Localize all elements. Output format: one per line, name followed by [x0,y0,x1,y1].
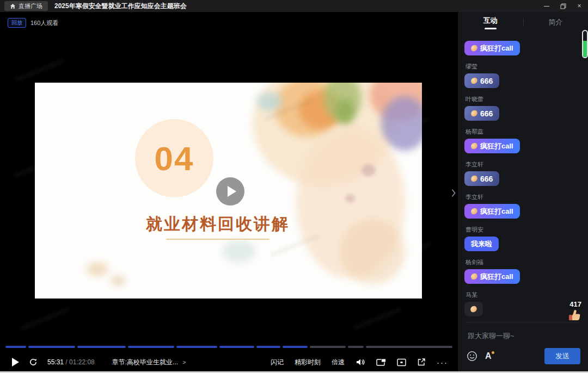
volume-button[interactable] [356,358,365,366]
chat-username: 李立轩 [465,160,572,169]
chat-bubble[interactable]: 疯狂打call [464,139,520,153]
chat-bubble[interactable]: 我来啦 [464,237,499,251]
progress-segment-played[interactable] [176,346,217,348]
slide-title: 就业材料回收讲解 [146,213,290,235]
watercolor-wash [340,219,405,284]
watermark [352,307,402,331]
player-controls: 55:31 / 01:22:08 章节:高校毕业生就业... > 闪记 精彩时刻… [0,352,458,372]
green-indicator [582,30,588,58]
maximize-icon[interactable] [560,3,566,9]
play-icon [228,186,236,197]
stream-info: 回放 160人观看 [8,18,58,28]
live-plaza-label: 直播广场 [19,2,42,10]
section-number: 04 [155,139,194,178]
chat-bubble-text: 疯狂打call [480,207,513,216]
watercolor-dots [87,262,108,276]
more-options-button[interactable]: ··· [437,358,448,367]
share-button[interactable] [417,358,426,366]
live-plaza-tab[interactable]: 直播广场 [4,1,48,11]
chapter-button[interactable]: 章节:高校毕业生就业... > [112,358,186,367]
progress-segment-rest[interactable] [310,346,346,348]
progress-segment-rest[interactable] [366,346,452,348]
hand-emoji-icon [470,175,478,183]
close-icon[interactable]: × [576,3,583,9]
window-controls: × [543,0,583,12]
play-overlay-button[interactable] [216,177,244,206]
active-tab-indicator [485,28,497,29]
chat-bubble[interactable]: 666 [464,171,499,186]
open-external-icon [417,358,426,366]
flash-note-button[interactable]: 闪记 [271,358,284,367]
video-player: 回放 160人观看 [0,12,458,373]
progress-segment-played[interactable] [5,346,26,348]
emoji-icon[interactable] [467,351,477,362]
refresh-icon [29,358,38,366]
chapter-label: 章节:高校毕业生就业... [112,358,178,367]
send-button[interactable]: 发送 [544,348,580,364]
chat-message: 李立轩666 [464,160,572,186]
speed-button[interactable]: 倍速 [332,358,345,367]
watercolor-leaf [336,99,354,125]
fullscreen-icon [397,358,406,366]
chat-messages: 疯狂打call缪莹666叶晓蕾666杨帮蕊疯狂打call李立轩666李立轩疯狂打… [464,38,572,316]
progress-segment-played[interactable] [28,346,75,348]
chat-bubble-text: 666 [480,77,493,85]
progress-segment-played[interactable] [256,346,280,348]
chat-message: 杨帮蕊疯狂打call [464,128,572,153]
chat-username: 马某 [465,291,572,299]
tab-intro[interactable]: 简介 [523,17,588,27]
chat-username: 曹明安 [465,226,572,234]
tab-intro-label: 简介 [548,18,562,26]
viewer-count: 160人观看 [30,19,58,27]
minimize-icon[interactable] [543,3,550,9]
tab-interaction-label: 互动 [483,16,498,24]
progress-segment-played[interactable] [128,346,174,348]
play-button[interactable] [12,358,19,366]
tab-interaction[interactable]: 互动 [458,16,523,29]
like-widget[interactable]: 417 [567,300,583,324]
sidebar-collapse-handle[interactable] [450,183,457,203]
watercolor-dots [345,194,355,203]
clap-emoji-icon [470,142,478,150]
progress-segment-played[interactable] [283,346,308,348]
progress-bar[interactable] [5,346,455,348]
chat-bubble[interactable]: 疯狂打call [464,269,520,284]
chat-bubble[interactable]: 疯狂打call [464,204,520,219]
progress-segment-played[interactable] [219,346,254,348]
web-fullscreen-button[interactable] [397,358,406,366]
chat-bubble-text: 疯狂打call [480,272,513,282]
chat-bubble-text: 666 [480,175,493,183]
font-size-icon[interactable]: A [485,351,492,361]
chat-message: 杨剑福疯狂打call [464,258,572,284]
highlights-button[interactable]: 精彩时刻 [295,358,321,367]
like-count: 417 [567,300,581,308]
chat-message: 缪莹666 [464,63,572,88]
pip-button[interactable] [376,358,386,366]
app-window: 直播广场 2025年寒假安全暨就业工作应知应会主题班会 × 回放 160人观看 [0,0,588,373]
chat-bubble-text: 666 [480,109,493,118]
chat-bubble[interactable]: 666 [464,106,499,121]
progress-segment-played[interactable] [77,346,126,348]
clap-emoji-icon [470,208,478,215]
chat-bubble-text: 我来啦 [471,239,492,249]
chat-username: 杨帮蕊 [465,128,572,136]
progress-segment-rest[interactable] [348,346,364,348]
chat-message: 曹明安我来啦 [464,226,572,251]
chevron-right-icon: > [182,359,186,365]
chat-bubble[interactable]: 666 [464,73,499,88]
clap-emoji-icon [470,273,478,281]
refresh-button[interactable] [29,358,38,366]
speaker-icon [356,358,365,366]
time-current: 55:31 [47,358,64,366]
watercolor-dots [111,276,125,285]
green-indicator-fill [583,41,587,57]
time-separator: / [64,358,69,366]
font-size-label: A [485,351,492,360]
chat-bubble[interactable] [464,302,483,316]
title-bar: 直播广场 2025年寒假安全暨就业工作应知应会主题班会 × [0,0,588,12]
slide-title-underline [166,239,270,240]
chat-bubble[interactable]: 疯狂打call [464,41,520,55]
section-number-circle: 04 [135,119,213,197]
chat-input[interactable] [468,332,580,340]
hand-emoji-icon [470,77,478,85]
